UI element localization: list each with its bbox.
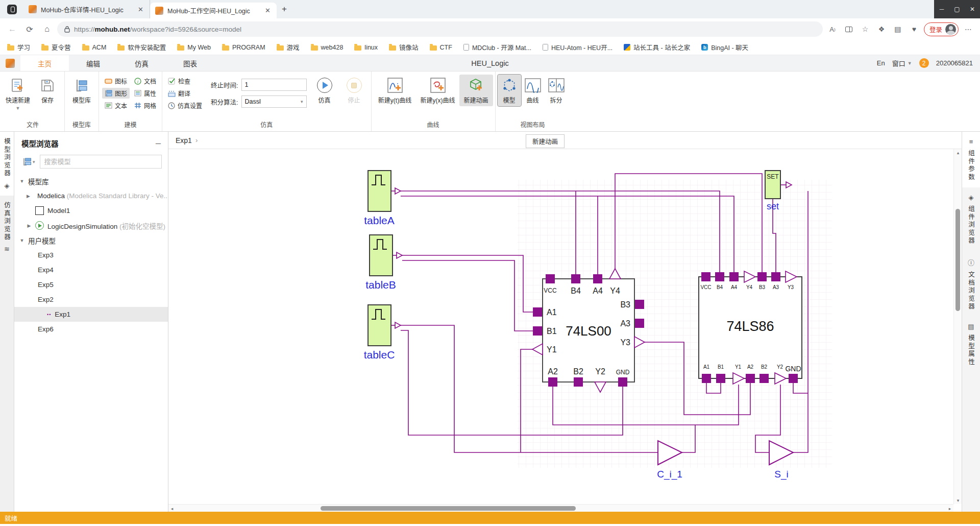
collapse-panel-icon[interactable]: ─: [156, 139, 161, 148]
split-view-button[interactable]: 拆分: [545, 75, 568, 106]
account-id[interactable]: 2020065821: [936, 59, 973, 67]
quick-new-button[interactable]: 快速新建 ▼: [3, 75, 33, 113]
icon-view-button[interactable]: 图标: [102, 76, 130, 86]
close-window-button[interactable]: ✕: [965, 0, 980, 18]
rail-tab-component-params[interactable]: ≡ 组件参数: [962, 132, 980, 187]
maximize-button[interactable]: ▢: [949, 0, 965, 18]
browser-essentials-icon[interactable]: ♥: [908, 22, 921, 36]
rail-tab-component-browser[interactable]: ◈ 组件浏览器: [962, 187, 980, 251]
chip-74ls86[interactable]: 74LS86 VCC B4: [699, 271, 802, 384]
bookmark-item[interactable]: CTF: [430, 44, 452, 51]
bookmark-item[interactable]: 学习: [7, 42, 30, 52]
run-simulation-button[interactable]: 仿真: [310, 75, 339, 106]
ribbon-tab-home[interactable]: 主页: [20, 55, 69, 71]
back-icon[interactable]: ←: [5, 22, 19, 36]
refresh-icon[interactable]: ⟳: [22, 22, 37, 36]
ribbon-tab-sim[interactable]: 仿真: [117, 55, 166, 71]
tree-section-library[interactable]: ▼ 模型库: [14, 174, 168, 188]
scroll-up-icon[interactable]: ▴: [954, 149, 962, 156]
url-field[interactable]: https://mohub.net/workspace?id=5926&sour…: [57, 21, 823, 37]
signin-button[interactable]: 登录: [924, 22, 959, 36]
browser-tab-1[interactable]: MoHub-仓库详情-HEU_Logic ✕: [23, 0, 150, 18]
curve-view-button[interactable]: 曲线: [521, 75, 545, 106]
source-block-tableB[interactable]: tableB: [365, 235, 396, 291]
ribbon-tab-edit[interactable]: 编辑: [69, 55, 117, 71]
model-library-button[interactable]: 模型库: [67, 75, 96, 106]
bookmark-item[interactable]: PROGRAM: [222, 44, 265, 51]
vertical-scrollbar[interactable]: ▴ ▾: [953, 149, 962, 504]
check-button[interactable]: 检查: [165, 76, 205, 86]
chevron-expanded-icon[interactable]: ▼: [19, 238, 24, 243]
vertical-scroll-thumb[interactable]: [955, 209, 960, 311]
search-input[interactable]: [40, 155, 162, 169]
horizontal-scrollbar[interactable]: ◂ ▸: [168, 504, 953, 512]
close-icon[interactable]: ✕: [264, 7, 272, 14]
tree-item-exp5[interactable]: Exp5: [14, 277, 168, 292]
bookmark-item[interactable]: 站长工具 - 站长之家: [624, 42, 690, 52]
home-icon[interactable]: ⌂: [40, 22, 54, 36]
tree-item-logicdesign[interactable]: ▶ LogicDesignSimulation (初始化空模型): [14, 218, 168, 233]
drawing-area[interactable]: tableA tableB tableC SET set: [168, 149, 962, 512]
new-animation-canvas-button[interactable]: 新建动画: [526, 134, 565, 148]
notification-badge[interactable]: 2: [919, 58, 929, 68]
solver-select[interactable]: Dassl▾: [241, 95, 307, 108]
bookmark-item[interactable]: MDClub - 开源 Mat...: [463, 42, 531, 52]
breadcrumb-item[interactable]: Exp1: [176, 136, 192, 145]
tab-actions-button[interactable]: [0, 0, 23, 18]
source-block-tableC[interactable]: tableC: [364, 305, 395, 361]
set-block[interactable]: SET set: [765, 171, 780, 211]
document-button[interactable]: i 文档: [132, 76, 159, 86]
attributes-button[interactable]: 属性: [132, 88, 159, 99]
sim-settings-button[interactable]: 仿真设置: [165, 100, 205, 111]
translate-button[interactable]: 翻译: [165, 88, 205, 99]
chevron-collapsed-icon[interactable]: ▶: [27, 194, 30, 199]
split-screen-icon[interactable]: [842, 22, 855, 36]
tree-item-exp1-selected[interactable]: •• Exp1: [14, 307, 168, 322]
grid-button[interactable]: 网格: [132, 100, 159, 111]
bookmark-item[interactable]: 镜像站: [389, 42, 419, 52]
bookmark-item[interactable]: ACM: [82, 44, 107, 51]
tree-item-exp4[interactable]: Exp4: [14, 262, 168, 277]
rail-tab-model-browser[interactable]: 模型浏览器 ◈: [0, 132, 14, 196]
tree-item-modelica[interactable]: ▶ Modelica (Modelica Standard Library - …: [14, 188, 168, 203]
text-view-button[interactable]: 文本: [102, 100, 130, 111]
tree-item-exp3[interactable]: Exp3: [14, 248, 168, 262]
chip-74ls00[interactable]: 74LS00 VCC B4: [532, 269, 645, 392]
read-aloud-icon[interactable]: A): [826, 22, 839, 36]
bookmark-item[interactable]: My Web: [177, 44, 211, 51]
browser-tab-2[interactable]: MoHub-工作空间-HEU_Logic ✕: [150, 3, 277, 18]
close-icon[interactable]: ✕: [137, 6, 144, 13]
scroll-right-icon[interactable]: ▸: [946, 505, 953, 512]
new-yx-curve-button[interactable]: 新建y(x)曲线: [416, 75, 459, 106]
source-block-tableA[interactable]: tableA: [364, 171, 395, 226]
bookmark-item[interactable]: 软件安装配置: [117, 42, 166, 52]
library-filter-button[interactable]: ▾: [20, 156, 38, 168]
new-animation-button[interactable]: 新建动画: [459, 75, 493, 106]
new-tab-button[interactable]: +: [277, 0, 292, 18]
horizontal-scroll-thumb[interactable]: [321, 506, 576, 511]
scroll-down-icon[interactable]: ▾: [954, 497, 962, 504]
window-menu[interactable]: 窗口▼: [892, 58, 912, 68]
tree-item-exp6[interactable]: Exp6: [14, 322, 168, 337]
chevron-collapsed-icon[interactable]: ▶: [27, 223, 32, 228]
tree-item-exp2[interactable]: Exp2: [14, 292, 168, 307]
model-view-button[interactable]: 模型: [498, 75, 521, 106]
stop-time-input[interactable]: [241, 79, 307, 91]
rail-tab-sim-browser[interactable]: 仿真浏览器 ≋: [0, 196, 14, 259]
bookmark-item[interactable]: 游戏: [277, 42, 300, 52]
tree-section-user-models[interactable]: ▼ 用户模型: [14, 233, 168, 248]
extensions-icon[interactable]: ❖: [875, 22, 888, 36]
more-menu-icon[interactable]: ⋯: [962, 22, 975, 36]
rail-tab-model-props[interactable]: ▤ 模型属性: [962, 317, 980, 372]
bookmark-item[interactable]: 夏令营: [41, 42, 71, 52]
bookmark-item[interactable]: bBingAI - 聊天: [701, 42, 748, 52]
language-indicator[interactable]: En: [877, 59, 885, 67]
favorites-icon[interactable]: ☆: [859, 22, 872, 36]
bookmark-item[interactable]: HEU-Atom - HEU开...: [543, 42, 612, 52]
ribbon-tab-chart[interactable]: 图表: [166, 55, 214, 71]
chevron-expanded-icon[interactable]: ▼: [19, 179, 24, 184]
minimize-button[interactable]: ─: [934, 0, 949, 18]
save-button[interactable]: 保存: [33, 75, 62, 106]
collections-icon[interactable]: ▤: [891, 22, 904, 36]
tree-item-model1[interactable]: Model1: [14, 203, 168, 218]
